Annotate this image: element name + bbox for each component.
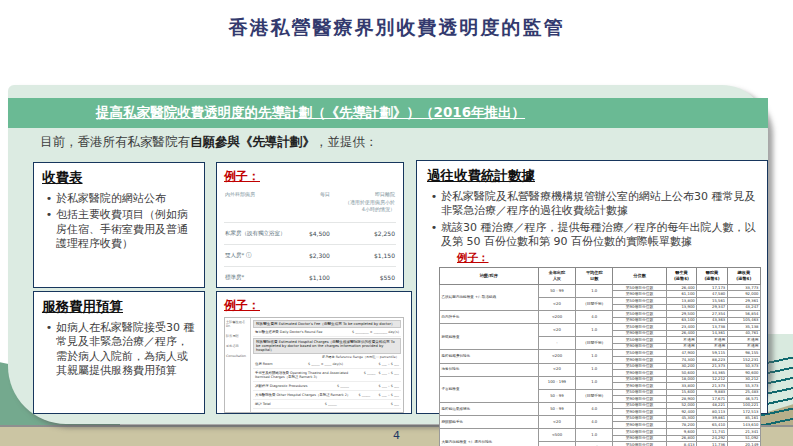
intro-line: 目前，香港所有私家醫院有自願參與《先導計劃》，並提供： [40,134,378,151]
budget-title: 服務費用預算 [42,298,196,316]
budget-bullets: •如病人在私家醫院接受30 種常見及非緊急治療／程序，需於病人入院前，為病人或其… [42,321,196,378]
estimate-form-body: 預算醫生費用 Estimated Doctor's Fee（由醫生填寫 To b… [251,318,403,412]
slide: 香港私營醫療界別收費透明度的監管 4 提高私家醫院收費透明度的先導計劃（《先導計… [0,0,793,446]
estimate-form-row: 診斷程序 Diagnostic Procedures$ _____$ ___ –… [253,382,401,391]
fee-example-box: 例子： 内外科部病房每日即日離院（適用於使用病房小於4小時的情況）私家房（設有獨… [216,162,404,288]
stats-example-table: 治療/程序全年出院人次平均住院日數分位數醫生費(港幣$)醫院費(港幣$)總收費(… [439,267,761,446]
bullet-item: •如病人在私家醫院接受30 種常見及非緊急治療／程序，需於病人入院前，為病人或其… [42,321,196,378]
fee-table-row: 私家房（設有獨立浴室）$4,500$2,250 [224,222,396,244]
fee-example-label: 例子： [224,168,396,185]
budget-example-label: 例子： [224,297,404,314]
page-number: 4 [0,429,793,442]
scheme-banner-text: 提高私家醫院收費透明度的先導計劃（《先導計劃》）（2016年推出） [96,104,525,122]
stats-bullets: •於私家醫院及私營醫療機構規管辦公室的網站上公布30 種常見及非緊急治療／程序的… [427,190,757,249]
content-grid: 收費表 •於私家醫院的網站公布•包括主要收費項目（例如病房住宿、手術室費用及普通… [33,160,748,414]
stats-box: 過往收費統計數據 •於私家醫院及私營醫療機構規管辦公室的網站上公布30 種常見及… [416,160,768,414]
estimate-form-row: 其他醫院收費 Other Hospital Charges（見附註 Remark… [253,391,401,400]
intro-suffix: ，並提供： [315,134,378,149]
intro-prefix: 目前，香港所有私家醫院有 [40,134,190,149]
estimate-form-sidebar: 主診醫生姓名 Dr.診所電話手術名稱Consultation [225,318,251,412]
bullet-item: •於私家醫院及私營醫療機構規管辦公室的網站上公布30 種常見及非緊急治療／程序的… [427,190,757,219]
stats-example-label: 例子： [457,251,757,265]
fee-table-row: 雙人房* ⓘ$2,300$1,150 [224,244,396,266]
estimate-form-row: 總計 Total$ _____$ ___ [253,400,401,409]
bullet-item: •於私家醫院的網站公布 [42,192,196,206]
estimate-form-row: 住房 Room$ _____ × ____ day(s)$ ___ – $ __… [253,360,401,369]
fee-schedule-title: 收費表 [42,169,196,187]
stats-title: 過往收費統計數據 [427,167,757,185]
fee-schedule-bullets: •於私家醫院的網站公布•包括主要收費項目（例如病房住宿、手術室費用及普通護理程序… [42,192,196,251]
scheme-banner: 提高私家醫院收費透明度的先導計劃（《先導計劃》）（2016年推出） [8,98,768,128]
estimate-form-row: 手術室及相關雜項收費 Operating Theatre and Associa… [253,369,401,382]
bullet-item: •就該30 種治療／程序，提供每種治療／程序的每年出院人數，以及第 50 百份位… [427,221,757,250]
intro-bold: 自願參與《先導計劃》 [190,134,315,149]
page-title: 香港私營醫療界別收費透明度的監管 [0,15,793,41]
fee-schedule-box: 收費表 •於私家醫院的網站公布•包括主要收費項目（例如病房住宿、手術室費用及普通… [33,162,205,288]
budget-box: 服務費用預算 •如病人在私家醫院接受30 種常見及非緊急治療／程序，需於病人入院… [33,291,205,414]
budget-example-box: 例子： 主診醫生姓名 Dr.診所電話手術名稱Consultation 預算醫生費… [216,291,412,414]
content-panel: 提高私家醫院收費透明度的先導計劃（《先導計劃》）（2016年推出） 目前，香港所… [8,85,768,424]
fee-table-row: 標準房*$1,100$550 [224,266,396,288]
bullet-item: •包括主要收費項目（例如病房住宿、手術室費用及普通護理程序收費） [42,208,196,251]
estimate-form: 主診醫生姓名 Dr.診所電話手術名稱Consultation 預算醫生費用 Es… [224,317,404,413]
